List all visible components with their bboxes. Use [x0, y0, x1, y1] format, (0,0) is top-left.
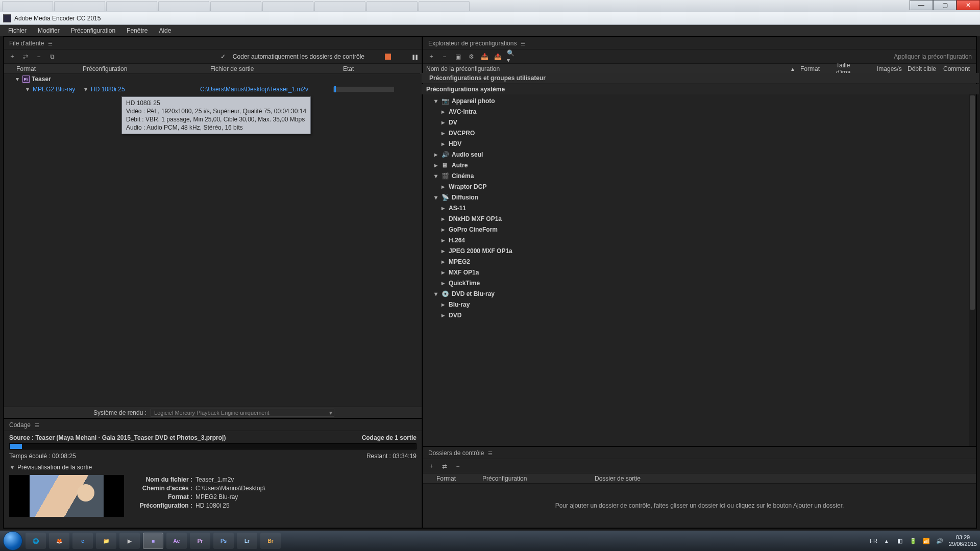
add-watch-button[interactable]: ＋ — [427, 462, 435, 470]
tray-clock[interactable]: 03:29 29/06/2015 — [949, 534, 977, 547]
tree-scrollbar[interactable] — [969, 94, 976, 446]
col-output[interactable]: Fichier de sortie — [208, 65, 341, 72]
browser-tab[interactable] — [314, 1, 365, 11]
browser-tab[interactable] — [366, 1, 418, 11]
tree-item[interactable]: AS-11 — [426, 203, 973, 213]
taskbar-after-effects[interactable]: Ae — [166, 533, 187, 549]
panel-menu-icon[interactable] — [488, 449, 493, 457]
taskbar-chrome[interactable]: 🌐 — [26, 533, 46, 549]
col-format[interactable]: Format — [14, 65, 81, 72]
tree-category-camera[interactable]: 📷Appareil photo — [426, 95, 973, 106]
watch-settings-button[interactable]: ⇄ — [440, 462, 449, 470]
watch-col-output[interactable]: Dossier de sortie — [592, 475, 976, 482]
taskbar-firefox[interactable]: 🦊 — [49, 533, 69, 549]
menu-preset[interactable]: Préconfiguration — [66, 26, 120, 35]
preset-dropdown-icon[interactable]: ▾ — [83, 86, 89, 93]
watch-col-format[interactable]: Format — [433, 475, 479, 482]
remove-button[interactable]: − — [35, 53, 43, 61]
taskbar-bridge[interactable]: Br — [260, 533, 281, 549]
system-presets-group[interactable]: Préconfigurations système — [420, 84, 979, 94]
render-system-select[interactable]: Logiciel Mercury Playback Engine uniquem… — [151, 409, 334, 417]
tree-item[interactable]: MXF OP1a — [426, 267, 973, 278]
add-source-button[interactable]: ＋ — [8, 53, 16, 61]
queue-format[interactable]: MPEG2 Blu-ray — [33, 86, 75, 93]
add-output-button[interactable]: ⇄ — [21, 53, 30, 61]
preview-expand-icon[interactable]: ▾ — [9, 464, 15, 471]
tree-category-cinema[interactable]: 🎬Cinéma — [426, 170, 973, 181]
window-close-button[interactable]: ✕ — [957, 0, 980, 10]
queue-output-path[interactable]: C:\Users\Marius\Desktop\Teaser_1.m2v — [200, 86, 333, 93]
tray-network-icon[interactable]: 📶 — [922, 537, 930, 545]
menu-edit[interactable]: Modifier — [33, 26, 65, 35]
delete-preset-button[interactable]: − — [440, 53, 449, 61]
menu-window[interactable]: Fenêtre — [121, 26, 153, 35]
preset-col-comment[interactable]: Comment — [940, 65, 976, 72]
remove-watch-button[interactable]: − — [454, 462, 462, 470]
panel-menu-icon[interactable] — [35, 421, 39, 429]
browser-tab[interactable] — [106, 1, 157, 11]
taskbar-explorer[interactable]: 📁 — [96, 533, 116, 549]
search-icon[interactable]: 🔍▾ — [507, 53, 515, 61]
menu-file[interactable]: Fichier — [3, 26, 32, 35]
watch-col-preset[interactable]: Préconfiguration — [479, 475, 592, 482]
taskbar-mediaplayer[interactable]: ▶ — [119, 533, 140, 549]
menu-help[interactable]: Aide — [154, 26, 176, 35]
auto-encode-checkbox[interactable] — [220, 53, 228, 60]
import-preset-button[interactable]: 📥 — [480, 53, 488, 61]
tree-item[interactable]: DVCPRO — [426, 128, 973, 138]
browser-tab[interactable] — [210, 1, 261, 11]
preset-col-rate[interactable]: Débit cible — [904, 65, 940, 72]
tray-language[interactable]: FR — [870, 538, 877, 544]
tree-item[interactable]: H.264 — [426, 235, 973, 245]
window-minimize-button[interactable]: — — [910, 0, 933, 10]
browser-tab[interactable] — [2, 1, 53, 11]
panel-menu-icon[interactable] — [521, 40, 525, 47]
export-preset-button[interactable]: 📤 — [494, 53, 502, 61]
taskbar-ie[interactable]: e — [72, 533, 93, 549]
format-dropdown-icon[interactable]: ▾ — [24, 86, 31, 93]
tree-item[interactable]: DNxHD MXF OP1a — [426, 213, 973, 224]
browser-tab[interactable] — [419, 1, 470, 11]
window-maximize-button[interactable]: ▢ — [933, 0, 957, 10]
tree-item[interactable]: QuickTime — [426, 278, 973, 288]
tree-item[interactable]: AVC-Intra — [426, 106, 973, 117]
preset-settings-button[interactable]: ⚙ — [467, 53, 475, 61]
tray-battery-icon[interactable]: 🔋 — [909, 537, 917, 545]
preset-col-format[interactable]: Format — [797, 65, 833, 72]
preset-col-fps[interactable]: Images/s — [874, 65, 904, 72]
start-button[interactable] — [3, 531, 22, 550]
queue-source-row[interactable]: ▾ Pr Teaser — [4, 74, 422, 84]
tree-category-other[interactable]: 🖥Autre — [426, 160, 973, 170]
taskbar-photoshop[interactable]: Ps — [213, 533, 234, 549]
tray-chevron-up-icon[interactable]: ▴ — [883, 537, 891, 545]
tree-item[interactable]: Wraptor DCP — [426, 181, 973, 192]
col-state[interactable]: Etat — [341, 65, 422, 72]
preset-col-name[interactable]: Nom de la préconfiguration — [426, 65, 500, 72]
expand-icon[interactable]: ▾ — [14, 76, 20, 83]
stop-encode-button[interactable] — [385, 54, 391, 60]
tree-item[interactable]: HDV — [426, 138, 973, 149]
user-presets-group[interactable]: Préconfigurations et groupes utilisateur — [420, 73, 979, 83]
tree-item[interactable]: GoPro CineForm — [426, 224, 973, 235]
browser-tab[interactable] — [262, 1, 313, 11]
tree-item[interactable]: Blu-ray — [426, 299, 973, 310]
tree-item[interactable]: JPEG 2000 MXF OP1a — [426, 245, 973, 256]
apply-preset-button[interactable]: Appliquer la préconfiguration — [894, 53, 972, 60]
taskbar-media-encoder[interactable]: ■ — [143, 533, 163, 549]
col-preset[interactable]: Préconfiguration — [81, 65, 208, 72]
tree-category-broadcast[interactable]: 📡Diffusion — [426, 192, 973, 203]
tree-item[interactable]: DV — [426, 117, 973, 128]
taskbar-lightroom[interactable]: Lr — [237, 533, 257, 549]
tray-shield-icon[interactable]: ◧ — [896, 537, 904, 545]
new-preset-button[interactable]: ＋ — [427, 53, 435, 61]
taskbar-premiere[interactable]: Pr — [190, 533, 210, 549]
browser-tab[interactable] — [158, 1, 209, 11]
tree-category-audio[interactable]: 🔊Audio seul — [426, 149, 973, 160]
panel-menu-icon[interactable] — [48, 40, 53, 47]
browser-tab[interactable] — [54, 1, 105, 11]
queue-preset[interactable]: HD 1080i 25 — [91, 86, 125, 93]
tree-item[interactable]: MPEG2 — [426, 256, 973, 267]
app-titlebar[interactable]: Adobe Media Encoder CC 2015 — [0, 12, 980, 25]
tree-item[interactable]: DVD — [426, 310, 973, 320]
new-group-button[interactable]: ▣ — [454, 53, 462, 61]
